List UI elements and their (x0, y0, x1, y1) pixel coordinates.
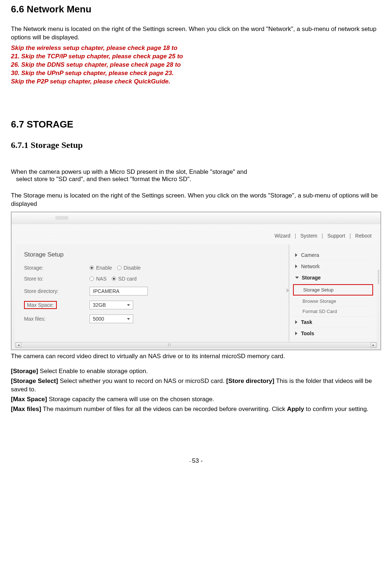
row-max-space: Max Space: 32GB (24, 301, 281, 309)
bullet-max-space-label: [Max Space] (11, 396, 47, 403)
page-footer: - 53 - (11, 457, 381, 465)
page-dash-left: - (189, 459, 192, 464)
chevron-down-icon (127, 304, 130, 306)
bullet-max-files-label: [Max files] (11, 406, 41, 412)
nav-reboot[interactable]: Reboot (355, 233, 372, 239)
side-item-task[interactable]: Task (293, 317, 373, 328)
scroll-track[interactable] (21, 343, 371, 348)
bullet-max-space: [Max Space] Storage capacity the camera … (11, 395, 381, 404)
label-max-files: Max files: (24, 316, 90, 322)
network-intro-text: The Network menu is located on the right… (11, 25, 381, 42)
main-panel: Storage Setup Storage: Enable Disable St… (15, 244, 289, 341)
bullet-storage: [Storage] Select Enable to enable storag… (11, 367, 381, 376)
page-dash-right: - (199, 457, 202, 464)
skip-note-line: 26. Skip the DDNS setup chapter, please … (11, 61, 381, 69)
bullet-dir-label: [Store directory] (226, 377, 274, 384)
heading-storage-setup: 6.7.1 Storage Setup (11, 140, 381, 150)
label-max-space: Max Space: (24, 302, 90, 308)
nav-sep: | (349, 233, 351, 239)
label-store-to: Store to: (24, 276, 90, 282)
chevron-right-icon (295, 320, 297, 324)
row-storage: Storage: Enable Disable (24, 265, 281, 271)
side-item-camera[interactable]: Camera (293, 250, 373, 261)
side-item-tools[interactable]: Tools (293, 328, 373, 339)
side-sub-format-sd[interactable]: Format SD Card (293, 306, 373, 317)
bullet-max-files-text: The maximum number of files for all the … (41, 406, 287, 412)
window-titlebar (12, 212, 380, 224)
side-item-label: Tools (301, 330, 314, 336)
side-item-label: Network (301, 263, 320, 269)
panel-title: Storage Setup (24, 251, 281, 258)
bullet-storage-label: [Storage] (11, 368, 38, 375)
skip-notes: Skip the wireless setup chapter, please … (11, 44, 381, 86)
select-max-files[interactable]: 5000 (90, 314, 133, 323)
input-store-dir[interactable]: IPCAMERA (90, 287, 148, 296)
skip-note-line: Skip the wireless setup chapter, please … (11, 44, 381, 52)
storage-p2: The Storage menu is located on the right… (11, 192, 381, 208)
skip-note-line: 30. Skip the UPnP setup chapter, please … (11, 69, 381, 78)
after-image-text: The camera can record video direct to vi… (11, 352, 381, 361)
chevron-down-icon (127, 318, 130, 320)
select-max-space-value: 32GB (93, 302, 106, 308)
heading-network-menu: 6.6 Network Menu (11, 4, 381, 15)
storage-p1-line1: When the camera powers up with a Micro S… (11, 168, 381, 176)
heading-storage: 6.7 STORAGE (11, 119, 381, 130)
row-store-to: Store to: NAS SD card (24, 276, 281, 282)
radio-enable[interactable] (90, 266, 94, 270)
side-nav: Camera Network Storage Storage Setup Bro… (289, 244, 377, 341)
select-max-files-value: 5000 (93, 316, 104, 322)
nav-wizard[interactable]: Wizard (274, 233, 290, 239)
radio-nas-label: NAS (96, 276, 107, 282)
label-max-space-highlight: Max Space: (24, 301, 57, 309)
horizontal-scrollbar[interactable]: ◄ ► (15, 342, 377, 348)
storage-p1-line2: select store to "SD card", and then sele… (16, 176, 381, 183)
bullet-max-space-text: Storage capacity the camera will use on … (47, 396, 214, 403)
top-nav: Wizard | System | Support | Reboot (273, 233, 373, 239)
bullet-storage-text: Select Enable to enable storage option. (38, 368, 148, 375)
radio-sd[interactable] (112, 277, 116, 281)
app-window: Wizard | System | Support | Reboot Stora… (11, 212, 381, 350)
chevron-right-icon (295, 332, 297, 335)
nav-sep: | (322, 233, 323, 239)
chevron-down-icon (295, 277, 299, 279)
side-item-network[interactable]: Network (293, 261, 373, 272)
scroll-left-button[interactable]: ◄ (16, 343, 21, 348)
bullet-max-files: [Max files] The maximum number of files … (11, 405, 381, 414)
app-body: Storage Setup Storage: Enable Disable St… (15, 244, 377, 341)
skip-note-line: 21. Skip the TCP/IP setup chapter, pleas… (11, 52, 381, 61)
side-item-label: Camera (301, 252, 319, 258)
bullet-select-label: [Storage Select] (11, 377, 58, 384)
skip-note-line: Skip the P2P setup chapter, please check… (11, 78, 381, 86)
resize-hint (378, 270, 379, 285)
storage-setup-screenshot: Wizard | System | Support | Reboot Stora… (11, 212, 381, 350)
select-max-space[interactable]: 32GB (90, 301, 133, 309)
bullet-storage-select: [Storage Select] Select whether you want… (11, 377, 381, 394)
nav-system[interactable]: System (300, 233, 317, 239)
scroll-thumb-grip-icon (168, 343, 170, 346)
bullet-apply-tail: to confirm your setting. (304, 406, 369, 412)
bullet-apply-label: Apply (287, 406, 304, 412)
radio-nas[interactable] (90, 277, 94, 281)
bullet-select-text: Select whether you want to record on NAS… (58, 377, 226, 384)
side-sub-browse-storage[interactable]: Browse Storage (293, 296, 373, 306)
radio-enable-label: Enable (96, 265, 112, 271)
chevron-right-icon (295, 253, 297, 257)
side-item-storage[interactable]: Storage (293, 272, 373, 283)
scroll-right-button[interactable]: ► (371, 343, 376, 348)
storage-p1: When the camera powers up with a Micro S… (11, 168, 381, 183)
nav-support[interactable]: Support (327, 233, 345, 239)
radio-disable[interactable] (117, 266, 122, 270)
label-storage: Storage: (24, 265, 90, 271)
side-sub-storage-setup[interactable]: Storage Setup (293, 284, 373, 296)
row-max-files: Max files: 5000 (24, 314, 281, 323)
radio-disable-label: Disable (124, 265, 141, 271)
overflow-chevron-icon (286, 288, 289, 293)
radio-sd-label: SD card (118, 276, 137, 282)
chevron-right-icon (295, 265, 297, 268)
label-store-dir: Store directory: (24, 288, 90, 294)
row-store-dir: Store directory: IPCAMERA (24, 287, 281, 296)
side-item-label: Storage (302, 275, 321, 281)
nav-sep: | (295, 233, 296, 239)
page-number: 53 (192, 457, 199, 464)
side-item-label: Task (301, 319, 312, 325)
